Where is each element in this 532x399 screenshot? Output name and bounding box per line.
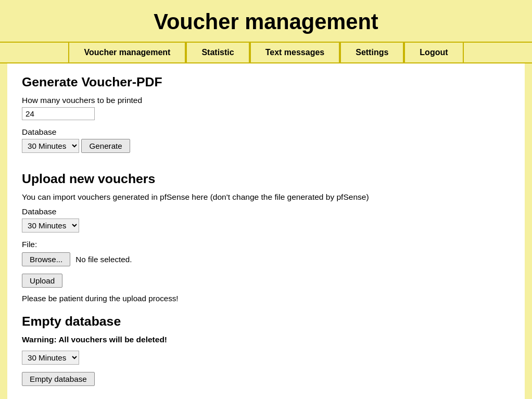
upload-database-select[interactable]: 30 Minutes 1 Hour 2 Hours 1 Day — [22, 218, 79, 233]
empty-database-button[interactable]: Empty database — [22, 372, 95, 386]
nav-settings[interactable]: Settings — [340, 43, 404, 62]
quantity-input[interactable] — [22, 107, 95, 120]
generate-database-select[interactable]: 30 Minutes 1 Hour 2 Hours 1 Day — [22, 139, 79, 153]
generate-section: Generate Voucher-PDF How many vouchers t… — [22, 75, 510, 160]
nav-statistic[interactable]: Statistic — [186, 43, 249, 62]
generate-database-label: Database — [22, 127, 510, 137]
generate-title: Generate Voucher-PDF — [22, 75, 510, 89]
file-row: Browse... No file selected. — [22, 252, 510, 266]
main-content: Generate Voucher-PDF How many vouchers t… — [7, 63, 525, 399]
generate-button[interactable]: Generate — [81, 139, 130, 153]
empty-section: Empty database Warning: All vouchers wil… — [22, 314, 510, 386]
upload-database-label: Database — [22, 207, 510, 216]
page-title: Voucher management — [0, 9, 532, 34]
file-label: File: — [22, 240, 510, 249]
upload-section: Upload new vouchers You can import vouch… — [22, 172, 510, 303]
page-header: Voucher management Voucher management St… — [0, 0, 532, 63]
upload-description: You can import vouchers generated in pfS… — [22, 192, 510, 202]
upload-title: Upload new vouchers — [22, 172, 510, 186]
patience-text: Please be patient during the upload proc… — [22, 294, 510, 303]
no-file-text: No file selected. — [75, 255, 132, 264]
main-nav: Voucher management Statistic Text messag… — [0, 42, 532, 63]
browse-button[interactable]: Browse... — [22, 252, 70, 266]
quantity-label: How many vouchers to be printed — [22, 96, 510, 105]
empty-database-select[interactable]: 30 Minutes 1 Hour 2 Hours 1 Day — [22, 351, 79, 365]
nav-logout[interactable]: Logout — [404, 43, 463, 62]
nav-voucher-management[interactable]: Voucher management — [68, 43, 186, 62]
nav-text-messages[interactable]: Text messages — [250, 43, 340, 62]
empty-title: Empty database — [22, 314, 510, 329]
warning-text: Warning: All vouchers will be deleted! — [22, 335, 510, 344]
upload-button[interactable]: Upload — [22, 274, 62, 288]
